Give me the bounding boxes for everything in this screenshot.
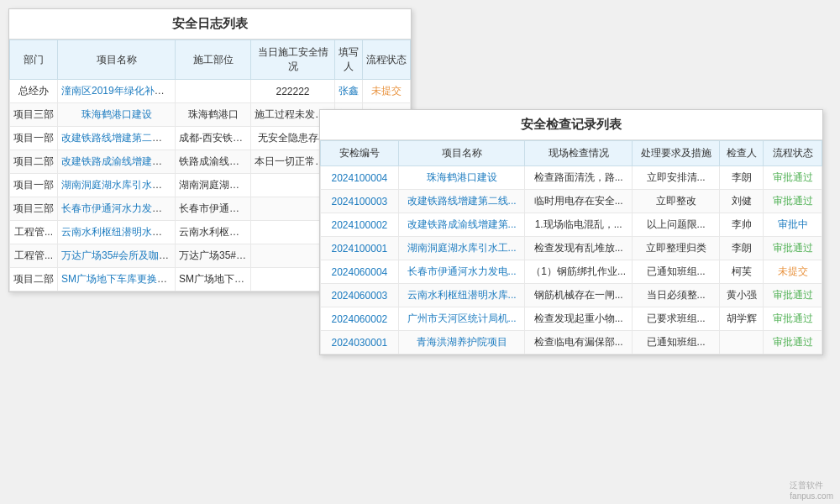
cell-dept: 项目二部 bbox=[10, 150, 58, 174]
cell-inspection: 钢筋机械存在一闸... bbox=[525, 284, 633, 307]
cell-status: 审批通过 bbox=[764, 331, 822, 354]
cell-inspector: 刘健 bbox=[720, 190, 764, 213]
watermark-line2: fanpus.com bbox=[790, 491, 833, 501]
right-table-body: 2024100004珠海鹤港口建设检查路面清洗，路...立即安排清...李朗审批… bbox=[321, 166, 822, 354]
table-row: 2024100004珠海鹤港口建设检查路面清洗，路...立即安排清...李朗审批… bbox=[321, 166, 822, 190]
cell-inspector: 李朗 bbox=[720, 237, 764, 260]
table-row: 2024100003改建铁路线增建第二线...临时用电存在安全...立即整改刘健… bbox=[321, 190, 822, 213]
left-panel-title: 安全日志列表 bbox=[9, 9, 411, 39]
cell-id[interactable]: 2024060004 bbox=[321, 260, 399, 284]
cell-location: 湖南洞庭湖水库 bbox=[176, 174, 251, 197]
cell-location: 成都-西安铁路... bbox=[176, 127, 251, 150]
cell-location: 长春市伊通河水... bbox=[176, 197, 251, 221]
cell-dept: 工程管... bbox=[10, 244, 58, 268]
table-row: 2024030001青海洪湖养护院项目检查临电有漏保部...已通知班组...审批… bbox=[321, 331, 822, 354]
cell-location: 云南水利枢纽潜... bbox=[176, 221, 251, 244]
cell-inspection: 1.现场临电混乱，... bbox=[525, 213, 633, 237]
right-panel: 安全检查记录列表 安检编号 项目名称 现场检查情况 处理要求及措施 检查人 流程… bbox=[319, 109, 823, 355]
cell-measures: 已要求班组... bbox=[632, 307, 719, 331]
cell-project[interactable]: 潼南区2019年绿化补贴项... bbox=[58, 80, 176, 103]
cell-status: 审批通过 bbox=[764, 237, 822, 260]
cell-inspection: 检查路面清洗，路... bbox=[525, 166, 633, 190]
cell-project[interactable]: 珠海鹤港口建设 bbox=[58, 103, 176, 127]
col-location: 施工部位 bbox=[176, 40, 251, 80]
cell-project[interactable]: 万达广场35#会所及咖啡... bbox=[58, 244, 176, 268]
cell-location bbox=[176, 80, 251, 103]
cell-dept: 项目三部 bbox=[10, 197, 58, 221]
col-status: 流程状态 bbox=[363, 40, 411, 80]
cell-status: 审批通过 bbox=[764, 190, 822, 213]
cell-safety: 222222 bbox=[251, 80, 335, 103]
cell-dept: 工程管... bbox=[10, 221, 58, 244]
cell-status: 审批中 bbox=[764, 213, 822, 237]
cell-project[interactable]: 湖南洞庭湖水库引水工... bbox=[398, 237, 525, 260]
cell-inspector: 李朗 bbox=[720, 166, 764, 190]
cell-project[interactable]: SM广场地下车库更换摄... bbox=[58, 268, 176, 291]
cell-id[interactable]: 2024100004 bbox=[321, 166, 399, 190]
cell-project[interactable]: 云南水利枢纽潜明水库一... bbox=[58, 221, 176, 244]
cell-inspection: 临时用电存在安全... bbox=[525, 190, 633, 213]
right-table-header: 安检编号 项目名称 现场检查情况 处理要求及措施 检查人 流程状态 bbox=[321, 141, 822, 166]
cell-dept: 项目一部 bbox=[10, 174, 58, 197]
table-row: 2024100001湖南洞庭湖水库引水工...检查发现有乱堆放...立即整理归类… bbox=[321, 237, 822, 260]
cell-id[interactable]: 2024100003 bbox=[321, 190, 399, 213]
cell-person[interactable]: 张鑫 bbox=[335, 80, 363, 103]
table-row: 2024060003云南水利枢纽潜明水库...钢筋机械存在一闸...当日必须整.… bbox=[321, 284, 822, 307]
cell-inspector bbox=[720, 331, 764, 354]
cell-location: 珠海鹤港口 bbox=[176, 103, 251, 127]
cell-project[interactable]: 广州市天河区统计局机... bbox=[398, 307, 525, 331]
cell-status: 审批通过 bbox=[764, 307, 822, 331]
table-row: 2024060002广州市天河区统计局机...检查发现起重小物...已要求班组.… bbox=[321, 307, 822, 331]
cell-dept: 总经办 bbox=[10, 80, 58, 103]
cell-location: 万达广场35#会... bbox=[176, 244, 251, 268]
col-safety: 当日施工安全情况 bbox=[251, 40, 335, 80]
cell-inspection: 检查发现有乱堆放... bbox=[525, 237, 633, 260]
cell-status: 未提交 bbox=[764, 260, 822, 284]
cell-id[interactable]: 2024100001 bbox=[321, 237, 399, 260]
right-table: 安检编号 项目名称 现场检查情况 处理要求及措施 检查人 流程状态 202410… bbox=[320, 140, 822, 354]
cell-status: 审批通过 bbox=[764, 284, 822, 307]
cell-inspector: 柯芙 bbox=[720, 260, 764, 284]
watermark: 泛普软件 fanpus.com bbox=[790, 480, 833, 501]
cell-dept: 项目二部 bbox=[10, 268, 58, 291]
cell-inspector: 李帅 bbox=[720, 213, 764, 237]
col-dept: 部门 bbox=[10, 40, 58, 80]
cell-project[interactable]: 青海洪湖养护院项目 bbox=[398, 331, 525, 354]
cell-inspector: 胡学辉 bbox=[720, 307, 764, 331]
cell-project[interactable]: 长春市伊通河水力发电厂... bbox=[58, 197, 176, 221]
cell-dept: 项目一部 bbox=[10, 127, 58, 150]
cell-measures: 立即安排清... bbox=[632, 166, 719, 190]
col-inspector: 检查人 bbox=[720, 141, 764, 166]
cell-inspection: 检查发现起重小物... bbox=[525, 307, 633, 331]
cell-project[interactable]: 珠海鹤港口建设 bbox=[398, 166, 525, 190]
col-measures: 处理要求及措施 bbox=[632, 141, 719, 166]
cell-measures: 已通知班组... bbox=[632, 260, 719, 284]
cell-project[interactable]: 改建铁路成渝线增建第... bbox=[398, 213, 525, 237]
table-row: 2024060004长春市伊通河水力发电...（1）钢筋绑扎作业...已通知班组… bbox=[321, 260, 822, 284]
cell-measures: 以上问题限... bbox=[632, 213, 719, 237]
cell-measures: 立即整理归类 bbox=[632, 237, 719, 260]
cell-inspection: 检查临电有漏保部... bbox=[525, 331, 633, 354]
col-id: 安检编号 bbox=[321, 141, 399, 166]
cell-id[interactable]: 2024030001 bbox=[321, 331, 399, 354]
cell-id[interactable]: 2024100002 bbox=[321, 213, 399, 237]
cell-inspector: 黄小强 bbox=[720, 284, 764, 307]
cell-status: 审批通过 bbox=[764, 166, 822, 190]
cell-project[interactable]: 云南水利枢纽潜明水库... bbox=[398, 284, 525, 307]
cell-location: SM广场地下车库 bbox=[176, 268, 251, 291]
col-project-r: 项目名称 bbox=[398, 141, 525, 166]
cell-dept: 项目三部 bbox=[10, 103, 58, 127]
cell-project[interactable]: 改建铁路成渝线增建第二... bbox=[58, 150, 176, 174]
cell-project[interactable]: 长春市伊通河水力发电... bbox=[398, 260, 525, 284]
cell-id[interactable]: 2024060003 bbox=[321, 284, 399, 307]
cell-id[interactable]: 2024060002 bbox=[321, 307, 399, 331]
col-inspection: 现场检查情况 bbox=[525, 141, 633, 166]
cell-measures: 当日必须整... bbox=[632, 284, 719, 307]
table-row: 2024100002改建铁路成渝线增建第...1.现场临电混乱，...以上问题限… bbox=[321, 213, 822, 237]
cell-project[interactable]: 湖南洞庭湖水库引水工程... bbox=[58, 174, 176, 197]
cell-project[interactable]: 改建铁路线增建第二线... bbox=[398, 190, 525, 213]
cell-measures: 已通知班组... bbox=[632, 331, 719, 354]
cell-project[interactable]: 改建铁路线增建第二线直... bbox=[58, 127, 176, 150]
left-table-header: 部门 项目名称 施工部位 当日施工安全情况 填写人 流程状态 bbox=[10, 40, 411, 80]
watermark-line1: 泛普软件 bbox=[790, 480, 823, 490]
